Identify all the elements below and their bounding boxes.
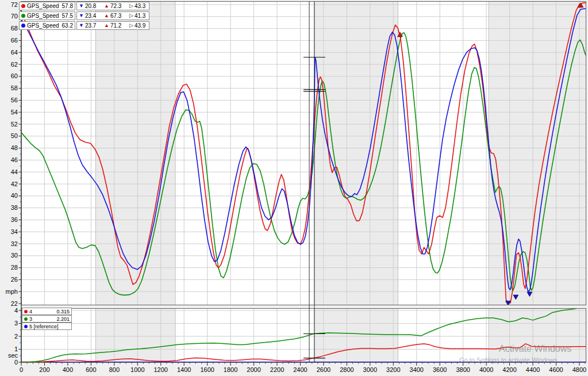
x-tick-label: 200 <box>39 366 49 373</box>
y-tick-label: 52 <box>11 121 18 128</box>
section-band <box>314 2 398 305</box>
y-tick-label: 60 <box>11 72 18 79</box>
x-tick-label: 800 <box>109 366 120 373</box>
cursor-value: 57.8 <box>62 3 73 9</box>
trace-color-dot <box>24 310 28 313</box>
trace-color-dot <box>24 317 28 321</box>
y-tick-label: 44 <box>11 168 18 175</box>
y-tick-label: 64 <box>11 49 18 56</box>
section-band <box>95 2 175 305</box>
max-value: 67.3 <box>110 13 121 19</box>
section-band <box>314 309 398 363</box>
y-tick-label: 22 <box>11 300 18 307</box>
channel-name: GPS_Speed <box>27 3 60 9</box>
x-tick-label: 1400 <box>177 366 191 373</box>
min-value: 20.8 <box>85 3 96 9</box>
lap-label: 5 [reference] <box>29 324 67 329</box>
x-tick-label: 400 <box>63 366 73 373</box>
speed-distance-chart[interactable]: 7270686664626058565452504846444240383634… <box>0 0 588 376</box>
x-tick-label: 2400 <box>293 366 307 373</box>
x-tick-label: 2200 <box>270 366 284 373</box>
y-tick-label: 30 <box>11 252 18 259</box>
y-tick-label: 38 <box>11 204 18 211</box>
y-tick-label: 62 <box>11 61 18 68</box>
avg-icon: ▷ <box>129 3 133 9</box>
cursor-value: 63.2 <box>62 22 73 29</box>
avg-value: 41.3 <box>134 13 145 19</box>
min-icon: ▼ <box>79 23 84 28</box>
x-tick-label: 3400 <box>410 366 424 373</box>
data-analysis-window: 7270686664626058565452504846444240383634… <box>0 0 588 376</box>
activate-windows-settings-hint: Go to Settings to activate Windows. <box>459 356 559 363</box>
y-tick-label: mph <box>6 288 18 295</box>
x-tick-label: 1000 <box>130 366 144 373</box>
x-tick-label: 3200 <box>386 366 400 373</box>
x-tick-label: 1600 <box>200 366 214 373</box>
min-icon: ▼ <box>79 13 84 18</box>
channel-name: GPS_Speed <box>27 13 60 19</box>
x-tick-label: 4400 <box>526 366 540 373</box>
legend-row-blue[interactable]: GPS_Speed 63.2 ▼23.7 ▲71.2 ▷43.9 <box>19 21 149 30</box>
x-tick-label: 4800 <box>572 366 586 373</box>
delta-legend-row-4[interactable]: 4 0.315 <box>22 308 72 315</box>
delta-value: 2.201 <box>56 316 70 322</box>
trace-color-dot <box>21 14 25 18</box>
y-tick-label: 70 <box>11 13 18 20</box>
delta-legend-row-reference[interactable]: 5 [reference] <box>22 323 72 330</box>
x-tick-label: 4600 <box>549 366 563 373</box>
x-tick-label: 3600 <box>433 366 447 373</box>
x-tick-label: 0 <box>20 366 23 373</box>
max-value: 71.2 <box>110 22 121 29</box>
avg-icon: ▷ <box>129 13 133 18</box>
x-tick-label: 2600 <box>317 366 330 373</box>
max-icon: ▲ <box>104 23 109 28</box>
y-tick-label: 50 <box>11 132 18 139</box>
y-tick-label: 28 <box>11 264 18 271</box>
x-tick-label: 2000 <box>247 366 260 373</box>
legend-row-red[interactable]: GPS_Speed 57.8 ▼20.8 ▲72.3 ▷43.3 <box>19 2 149 10</box>
min-value: 23.7 <box>85 22 96 29</box>
cursor-value: 57.5 <box>62 13 73 19</box>
section-band <box>95 309 175 363</box>
delta-legend-row-3[interactable]: 3 2.201 <box>22 315 72 323</box>
y-tick-label: 4 <box>14 307 18 314</box>
x-tick-label: 2800 <box>340 366 353 373</box>
trace-color-dot <box>21 24 25 28</box>
x-tick-label: 1200 <box>154 366 168 373</box>
y-tick-label: 26 <box>11 276 18 283</box>
x-tick-label: 600 <box>86 366 96 373</box>
lap-label: 4 <box>29 309 54 314</box>
activate-windows-watermark: Activate Windows <box>499 344 571 354</box>
x-tick-label: 4200 <box>502 366 516 373</box>
y-tick-label: 58 <box>11 85 18 91</box>
y-tick-label: sec <box>8 352 18 359</box>
min-value: 23.4 <box>85 13 96 19</box>
channel-name: GPS_Speed <box>27 22 60 29</box>
y-tick-label: 2 <box>14 333 18 340</box>
y-tick-label: 66 <box>11 37 18 44</box>
max-value: 72.3 <box>110 3 121 9</box>
delta-value: 0.315 <box>56 309 70 314</box>
y-tick-label: 42 <box>11 181 18 187</box>
min-icon: ▼ <box>79 3 84 9</box>
max-icon: ▲ <box>104 13 109 18</box>
lap-label: 3 <box>29 316 54 322</box>
y-tick-label: 1 <box>14 346 18 352</box>
y-tick-label: 36 <box>11 216 18 223</box>
x-tick-label: 4000 <box>479 366 493 373</box>
avg-icon: ▷ <box>129 23 133 28</box>
avg-value: 43.9 <box>134 22 145 29</box>
avg-value: 43.3 <box>134 3 145 9</box>
max-icon: ▲ <box>104 3 109 9</box>
y-tick-label: 54 <box>11 109 18 116</box>
y-tick-label: 72 <box>11 1 18 8</box>
y-tick-label: 3 <box>14 320 18 327</box>
x-tick-label: 1800 <box>224 366 237 373</box>
y-tick-label: 32 <box>11 240 18 247</box>
y-tick-label: 68 <box>11 25 18 32</box>
y-tick-label: 40 <box>11 192 18 199</box>
y-tick-label: 56 <box>11 97 18 103</box>
x-tick-label: 3800 <box>456 366 470 373</box>
legend-row-green[interactable]: GPS_Speed 57.5 ▼23.4 ▲67.3 ▷41.3 <box>19 11 149 20</box>
trace-color-dot <box>21 4 25 8</box>
